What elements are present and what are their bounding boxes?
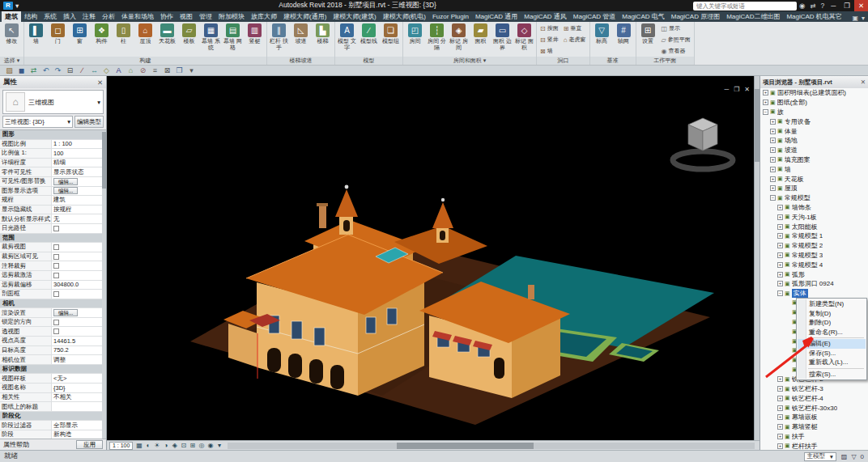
tag-icon[interactable]: ◇ bbox=[101, 66, 112, 75]
checkbox[interactable] bbox=[53, 320, 59, 325]
ribbon-button[interactable]: ◺坡道 bbox=[290, 23, 312, 57]
tree-item[interactable]: +▣幕墙竖梃 bbox=[760, 422, 868, 432]
filter-icon[interactable]: ▽ bbox=[851, 453, 856, 460]
temp-view-properties-icon[interactable]: ▾ bbox=[215, 442, 223, 449]
property-value[interactable]: 编辑... bbox=[52, 308, 102, 317]
detail-level-icon[interactable]: ▦ bbox=[134, 442, 143, 449]
ribbon-tab[interactable]: 族库大师 bbox=[248, 11, 280, 22]
crop-view-icon[interactable]: ⊡ bbox=[179, 442, 188, 449]
ribbon-button[interactable]: A模型 文字 bbox=[336, 23, 358, 57]
ribbon-tab[interactable]: 附加模块 bbox=[215, 11, 248, 22]
design-option-combo[interactable]: 主模型 ▾ bbox=[804, 452, 836, 461]
project-browser-close-icon[interactable]: ✕ bbox=[861, 78, 866, 86]
apply-button[interactable]: 应用 bbox=[76, 440, 103, 449]
tree-item[interactable]: +▣常规模型 2 bbox=[760, 241, 868, 251]
ribbon-button[interactable]: ◻门 bbox=[47, 23, 69, 57]
ribbon-options-icon[interactable]: ▣ bbox=[852, 15, 858, 22]
properties-scrollbar-thumb[interactable] bbox=[102, 132, 106, 189]
ribbon-group-label[interactable]: 基准 bbox=[590, 57, 636, 65]
tree-item[interactable]: +▣填充图案 bbox=[760, 155, 868, 165]
ribbon-button[interactable]: ⊞垂直 bbox=[561, 23, 589, 34]
ribbon-group-label[interactable]: 工作平面 bbox=[636, 57, 694, 65]
ribbon-button[interactable]: ▽标高 bbox=[591, 23, 613, 57]
property-value[interactable]: 精细 bbox=[52, 159, 102, 167]
tree-item[interactable]: +▣面积明细表(总建筑面积) bbox=[760, 88, 868, 98]
ribbon-button[interactable]: ▱参照平面 bbox=[659, 34, 693, 45]
view-cube[interactable] bbox=[673, 118, 733, 169]
properties-help-link[interactable]: 属性帮助 bbox=[3, 440, 29, 449]
view-close-icon[interactable]: ✕ bbox=[744, 86, 750, 93]
switch-windows-icon[interactable]: ❐ bbox=[174, 66, 185, 75]
ribbon-tab[interactable]: MagiCAD 管道 bbox=[570, 11, 619, 22]
expand-icon[interactable]: + bbox=[770, 157, 776, 163]
expand-icon[interactable]: + bbox=[777, 396, 783, 401]
ribbon-group-label[interactable]: 选择 ▾ bbox=[0, 57, 23, 65]
ribbon-tab[interactable]: 管理 bbox=[196, 11, 215, 22]
ribbon-button[interactable]: ⊡按面 bbox=[538, 23, 561, 34]
property-group-header[interactable]: 阶段化 bbox=[0, 412, 102, 422]
tree-item[interactable]: +▣铁艺栏杆-30x30 bbox=[760, 403, 868, 413]
property-group-header[interactable]: 相机 bbox=[0, 299, 102, 309]
ribbon-tab[interactable]: 建模大师(机电) bbox=[380, 11, 429, 22]
ribbon-button[interactable]: ▱楼板 bbox=[178, 23, 200, 57]
close-hidden-icon[interactable]: ⊠ bbox=[162, 66, 172, 75]
ribbon-button[interactable]: ⊠墙 bbox=[538, 45, 561, 57]
ribbon-tab[interactable]: 建模大师(通用) bbox=[280, 11, 330, 22]
property-value[interactable] bbox=[52, 402, 102, 411]
property-value[interactable] bbox=[52, 261, 102, 270]
expand-icon[interactable]: + bbox=[763, 100, 768, 105]
ribbon-button[interactable]: ⌂老虎窗 bbox=[561, 34, 589, 45]
ribbon-group-label[interactable]: 洞口 bbox=[537, 57, 589, 65]
ribbon-button[interactable]: ↖修改 bbox=[1, 23, 23, 57]
checkbox[interactable] bbox=[53, 254, 59, 260]
ribbon-button[interactable]: ▤幕墙 网格 bbox=[222, 23, 244, 57]
ribbon-button[interactable]: ⊟竖井 bbox=[538, 34, 561, 45]
measure-icon[interactable]: ∕ bbox=[77, 66, 87, 75]
property-value[interactable]: 750.2 bbox=[52, 346, 102, 355]
ribbon-button[interactable]: ▦幕墙 系统 bbox=[200, 23, 222, 57]
tree-item[interactable]: +▣常规模型 3 bbox=[760, 251, 868, 261]
tree-item[interactable]: +▣专用设备 bbox=[760, 117, 868, 126]
search-input[interactable] bbox=[693, 2, 797, 11]
expand-icon[interactable]: + bbox=[777, 205, 783, 210]
collapse-icon[interactable]: − bbox=[763, 109, 768, 115]
tree-item[interactable]: +▣弧形洞口 0924 bbox=[760, 279, 868, 289]
expand-icon[interactable]: + bbox=[777, 252, 783, 258]
expand-icon[interactable]: + bbox=[777, 214, 783, 220]
ribbon-button[interactable]: ▭面积 边界 bbox=[491, 23, 513, 57]
checkbox[interactable] bbox=[53, 328, 59, 334]
expand-icon[interactable]: + bbox=[777, 243, 783, 248]
expand-icon[interactable]: + bbox=[777, 233, 783, 239]
ribbon-tab[interactable]: MagiCAD 通风 bbox=[521, 11, 569, 22]
ribbon-button[interactable]: ∕模型线 bbox=[358, 23, 380, 57]
property-value[interactable]: {3D} bbox=[52, 384, 102, 392]
more-icon[interactable]: ▾ bbox=[186, 66, 197, 75]
instance-selector[interactable]: 三维视图: {3D} ▾ bbox=[2, 116, 73, 128]
render-icon[interactable]: ◈ bbox=[170, 442, 179, 449]
property-value[interactable] bbox=[52, 243, 102, 252]
context-menu-item[interactable]: 保存(S)... bbox=[798, 349, 866, 358]
ribbon-tab[interactable]: 插入 bbox=[60, 11, 79, 22]
shadows-icon[interactable]: ◑ bbox=[161, 442, 170, 449]
ribbon-button[interactable]: ❏模型组 bbox=[380, 23, 402, 57]
ribbon-button[interactable]: ◇标记 面积 bbox=[513, 23, 535, 57]
expand-icon[interactable]: + bbox=[770, 185, 776, 191]
property-value[interactable]: 显示原状态 bbox=[52, 167, 102, 176]
expand-icon[interactable]: + bbox=[770, 138, 776, 143]
default-3d-view-icon[interactable]: ⌂ bbox=[126, 66, 136, 75]
view-restore-icon[interactable]: ❐ bbox=[734, 86, 739, 93]
edit-button[interactable]: 编辑... bbox=[53, 187, 78, 194]
ribbon-group-label[interactable]: 构建 bbox=[24, 57, 266, 65]
ribbon-tab[interactable]: 系统 bbox=[40, 11, 60, 22]
expand-icon[interactable]: + bbox=[777, 434, 783, 439]
tree-item[interactable]: +▣铁艺栏杆-4 bbox=[760, 394, 868, 404]
selection-count[interactable]: 0 bbox=[861, 453, 864, 460]
context-menu-item[interactable]: 删除(D) bbox=[798, 318, 866, 328]
undo-icon[interactable]: ↶ bbox=[40, 66, 51, 75]
crop-region-icon[interactable]: ⊞ bbox=[188, 442, 197, 449]
ribbon-tab[interactable]: MagiCAD 通用 bbox=[472, 11, 521, 22]
ribbon-tab[interactable]: 结构 bbox=[21, 11, 40, 22]
tree-item[interactable]: +▣天沟-1板 bbox=[760, 212, 868, 222]
expand-icon[interactable]: + bbox=[777, 281, 783, 286]
property-value[interactable]: 调整 bbox=[52, 355, 102, 364]
